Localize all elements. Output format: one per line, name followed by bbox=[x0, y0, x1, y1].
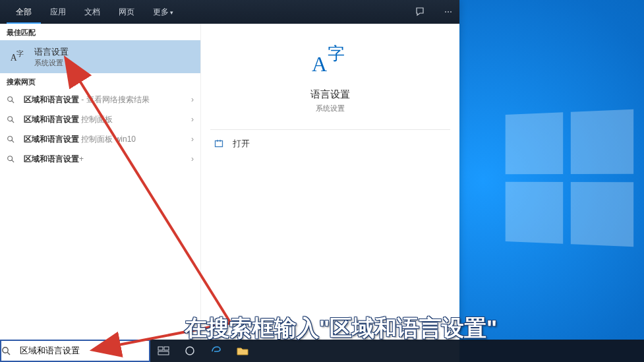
search-icon bbox=[7, 155, 18, 163]
search-tabs: 全部 应用 文档 网页 更多▾ ⋯ bbox=[0, 0, 459, 24]
tab-docs[interactable]: 文档 bbox=[75, 0, 109, 24]
chevron-right-icon: › bbox=[187, 154, 194, 164]
chevron-right-icon: › bbox=[187, 115, 194, 124]
web-result-text: 区域和语言设置 控制面板 bbox=[24, 114, 187, 125]
svg-line-3 bbox=[12, 101, 14, 103]
search-input-container[interactable] bbox=[0, 340, 150, 362]
svg-text:字: 字 bbox=[16, 49, 24, 57]
svg-point-6 bbox=[8, 136, 13, 141]
preview-subtitle: 系统设置 bbox=[201, 104, 459, 113]
tab-apps[interactable]: 应用 bbox=[41, 0, 75, 24]
taskbar-fragment bbox=[150, 340, 459, 362]
chevron-down-icon: ▾ bbox=[170, 9, 173, 16]
svg-rect-17 bbox=[158, 351, 169, 355]
web-result-item[interactable]: 区域和语言设置+› bbox=[0, 149, 200, 169]
open-label: 打开 bbox=[233, 138, 250, 150]
web-result-text: 区域和语言设置 控制面板 win10 bbox=[24, 134, 187, 145]
svg-rect-12 bbox=[216, 141, 223, 147]
svg-line-5 bbox=[12, 121, 14, 123]
svg-point-4 bbox=[8, 117, 13, 121]
feedback-icon[interactable] bbox=[415, 7, 437, 17]
svg-text:A: A bbox=[312, 52, 327, 76]
search-input[interactable] bbox=[20, 341, 149, 361]
start-search-panel: 全部 应用 文档 网页 更多▾ ⋯ 最佳匹配 A 字 语言设置 bbox=[0, 0, 459, 362]
web-result-item[interactable]: 区域和语言设置 控制面板 win10› bbox=[0, 129, 200, 149]
search-icon bbox=[7, 115, 18, 123]
search-icon bbox=[7, 96, 18, 104]
web-result-text: 区域和语言设置+ bbox=[24, 154, 187, 165]
taskbar-cortana-icon[interactable] bbox=[177, 340, 203, 362]
svg-rect-15 bbox=[158, 347, 163, 350]
result-preview-pane: A 字 语言设置 系统设置 打开 bbox=[200, 24, 459, 362]
svg-rect-16 bbox=[164, 347, 169, 350]
svg-line-9 bbox=[12, 160, 14, 162]
task-view-icon[interactable] bbox=[150, 340, 177, 362]
open-action[interactable]: 打开 bbox=[201, 130, 459, 158]
language-settings-icon: A 字 bbox=[7, 45, 29, 68]
svg-point-18 bbox=[186, 347, 194, 355]
taskbar-explorer-icon[interactable] bbox=[229, 340, 256, 362]
windows-logo bbox=[506, 109, 633, 247]
preview-title: 语言设置 bbox=[201, 88, 459, 101]
web-result-item[interactable]: 区域和语言设置 控制面板› bbox=[0, 109, 200, 129]
best-match-item[interactable]: A 字 语言设置 系统设置 bbox=[0, 40, 200, 73]
desktop-taskbar bbox=[459, 340, 644, 362]
results-list: 最佳匹配 A 字 语言设置 系统设置 搜索网页 区域和语言设置 - 查看网络搜索… bbox=[0, 24, 200, 362]
section-best-match: 最佳匹配 bbox=[0, 24, 200, 40]
svg-line-7 bbox=[12, 140, 14, 142]
web-result-item[interactable]: 区域和语言设置 - 查看网络搜索结果› bbox=[0, 90, 200, 109]
preview-language-icon: A 字 bbox=[309, 41, 351, 78]
tab-web[interactable]: 网页 bbox=[109, 0, 144, 24]
best-match-title: 语言设置 bbox=[34, 46, 69, 58]
taskbar-edge-icon[interactable] bbox=[203, 340, 229, 362]
web-result-text: 区域和语言设置 - 查看网络搜索结果 bbox=[24, 94, 187, 106]
open-icon bbox=[214, 139, 226, 148]
svg-point-13 bbox=[3, 347, 8, 353]
tab-more-label: 更多 bbox=[153, 7, 169, 16]
section-web-search: 搜索网页 bbox=[0, 73, 200, 90]
svg-point-8 bbox=[8, 156, 13, 161]
tab-more[interactable]: 更多▾ bbox=[144, 0, 183, 24]
svg-point-2 bbox=[8, 97, 13, 102]
chevron-right-icon: › bbox=[187, 135, 194, 144]
search-icon bbox=[7, 135, 18, 143]
tab-all[interactable]: 全部 bbox=[7, 0, 41, 24]
svg-line-14 bbox=[7, 352, 10, 355]
best-match-subtitle: 系统设置 bbox=[34, 58, 69, 68]
more-options-icon[interactable]: ⋯ bbox=[437, 7, 459, 16]
chevron-right-icon: › bbox=[187, 95, 194, 104]
search-icon bbox=[1, 346, 20, 355]
svg-text:字: 字 bbox=[328, 44, 345, 63]
